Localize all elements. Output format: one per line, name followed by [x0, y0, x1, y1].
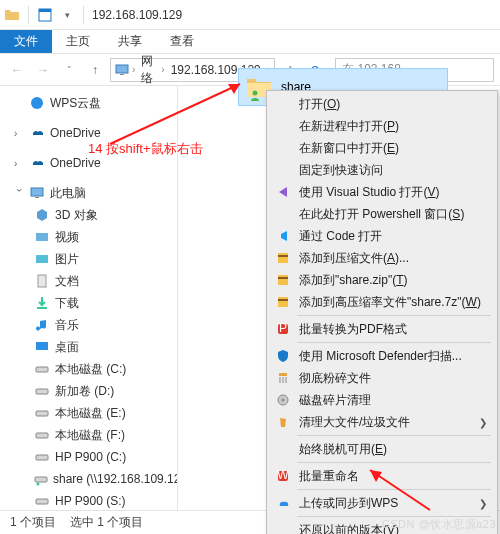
svg-point-4 [31, 97, 43, 109]
onedrive-icon [29, 125, 45, 141]
dropdown-icon[interactable]: ▾ [59, 7, 75, 23]
mi-shred[interactable]: 彻底粉碎文件 [269, 367, 495, 389]
mi-add7z[interactable]: 添加到高压缩率文件"share.7z"(W) [269, 291, 495, 313]
svg-rect-24 [278, 253, 288, 263]
tree-hps[interactable]: HP P900 (S:) [0, 490, 177, 512]
disk-icon [275, 392, 291, 408]
tree-3d[interactable]: 3D 对象 [0, 204, 177, 226]
tree-downloads[interactable]: 下载 [0, 292, 177, 314]
tree-documents[interactable]: 文档 [0, 270, 177, 292]
tree-diskc[interactable]: 本地磁盘 (C:) [0, 358, 177, 380]
picture-icon [34, 251, 50, 267]
tab-view[interactable]: 查看 [156, 30, 208, 53]
tree-music[interactable]: 音乐 [0, 314, 177, 336]
svg-point-21 [253, 91, 258, 96]
mi-rename[interactable]: W批量重命名 [269, 465, 495, 487]
svg-rect-10 [36, 342, 48, 350]
mi-defender[interactable]: 使用 Microsoft Defender扫描... [269, 345, 495, 367]
clean-icon [275, 414, 291, 430]
tree-desktop[interactable]: 桌面 [0, 336, 177, 358]
mi-vs[interactable]: 使用 Visual Studio 打开(V) [269, 181, 495, 203]
zip-icon [275, 250, 291, 266]
svg-rect-29 [278, 299, 288, 301]
shred-icon [275, 370, 291, 386]
tree-diske[interactable]: 本地磁盘 (E:) [0, 402, 177, 424]
tree-diskf[interactable]: 本地磁盘 (F:) [0, 424, 177, 446]
svg-rect-14 [36, 433, 48, 438]
drive-icon [34, 405, 50, 421]
svg-text:P: P [279, 322, 287, 335]
pdf-icon: P [275, 321, 291, 337]
watermark: CSDN @饮水思源a23 [382, 517, 496, 532]
monitor-icon [115, 62, 129, 78]
status-count: 1 个项目 [10, 514, 56, 531]
folder-icon [4, 7, 20, 23]
drive-icon [34, 383, 50, 399]
svg-rect-15 [36, 455, 48, 460]
svg-rect-18 [36, 499, 48, 504]
video-icon [34, 229, 50, 245]
tree-hpc[interactable]: HP P900 (C:) [0, 446, 177, 468]
menubar: 文件 主页 共享 查看 [0, 30, 500, 54]
mi-newprocess[interactable]: 在新进程中打开(P) [269, 115, 495, 137]
doc-icon [34, 273, 50, 289]
cube-icon [34, 207, 50, 223]
svg-rect-25 [278, 255, 288, 257]
mi-clean[interactable]: 清理大文件/垃圾文件❯ [269, 411, 495, 433]
zip-icon [275, 272, 291, 288]
vs-icon [275, 184, 291, 200]
svg-rect-3 [120, 74, 124, 75]
drive-icon [34, 427, 50, 443]
zip-icon [275, 294, 291, 310]
annotation-14: 14 按shift+鼠标右击 [88, 140, 203, 158]
forward-button[interactable]: → [32, 59, 54, 81]
mi-pdf[interactable]: P批量转换为PDF格式 [269, 318, 495, 340]
music-icon [34, 317, 50, 333]
drive-icon [34, 361, 50, 377]
chevron-right-icon: ❯ [479, 498, 487, 509]
tree-wps[interactable]: WPS云盘 [0, 92, 177, 114]
chevron-right-icon: ❯ [479, 417, 487, 428]
tree-diskd[interactable]: 新加卷 (D:) [0, 380, 177, 402]
tree-videos[interactable]: 视频 [0, 226, 177, 248]
drive-icon [34, 493, 50, 509]
mi-powershell[interactable]: 在此处打开 Powershell 窗口(S) [269, 203, 495, 225]
svg-rect-12 [36, 389, 48, 394]
svg-point-17 [37, 483, 40, 486]
drive-icon [34, 449, 50, 465]
back-button[interactable]: ← [6, 59, 28, 81]
mi-open[interactable]: 打开(O) [269, 93, 495, 115]
svg-rect-8 [36, 255, 48, 263]
crumb-network[interactable]: 网络 [138, 53, 158, 87]
tab-share[interactable]: 共享 [104, 30, 156, 53]
shield-icon [275, 348, 291, 364]
svg-rect-27 [278, 277, 288, 279]
tab-file[interactable]: 文件 [0, 30, 52, 53]
tree-thispc[interactable]: ›此电脑 [0, 182, 177, 204]
tree-pictures[interactable]: 图片 [0, 248, 177, 270]
mi-code[interactable]: 通过 Code 打开 [269, 225, 495, 247]
up-button[interactable]: ↑ [84, 59, 106, 81]
mi-newwindow[interactable]: 在新窗口中打开(E) [269, 137, 495, 159]
recent-dropdown[interactable]: ˅ [58, 59, 80, 81]
svg-rect-2 [116, 65, 128, 73]
mi-pinquick[interactable]: 固定到快速访问 [269, 159, 495, 181]
props-icon[interactable] [37, 7, 53, 23]
svg-rect-16 [35, 477, 47, 482]
mi-wpsupload[interactable]: 上传或同步到WPS❯ [269, 492, 495, 514]
mi-addsharezip[interactable]: 添加到"share.zip"(T) [269, 269, 495, 291]
netdrive-icon [34, 471, 48, 487]
svg-rect-26 [278, 275, 288, 285]
svg-rect-13 [36, 411, 48, 416]
cloud-icon [275, 495, 291, 511]
mi-admin[interactable]: 始终脱机可用(E) [269, 438, 495, 460]
svg-rect-28 [278, 297, 288, 307]
tree-share-u[interactable]: share (\\192.168.109.128) (U:) [0, 468, 177, 490]
mi-addzip[interactable]: 添加到压缩文件(A)... [269, 247, 495, 269]
tab-home[interactable]: 主页 [52, 30, 104, 53]
svg-rect-11 [36, 367, 48, 372]
pc-icon [29, 185, 45, 201]
desktop-icon [34, 339, 50, 355]
svg-text:W: W [277, 469, 289, 482]
mi-disk[interactable]: 磁盘碎片清理 [269, 389, 495, 411]
